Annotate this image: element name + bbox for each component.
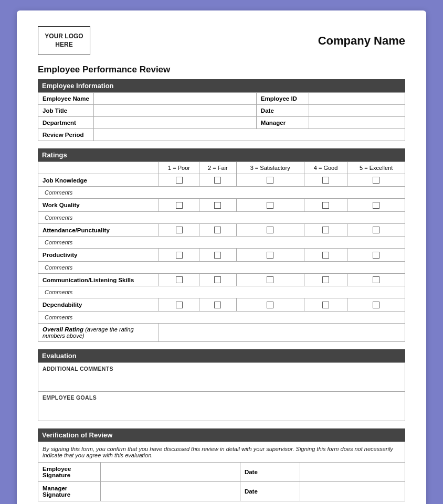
- evaluation-content: ADDITIONAL COMMENTS EMPLOYEE GOALS: [38, 362, 405, 421]
- job-knowledge-poor[interactable]: [159, 174, 199, 187]
- checkbox-icon[interactable]: [322, 276, 329, 283]
- overall-rating-label: Overall Rating (average the rating numbe…: [38, 323, 159, 341]
- dependability-poor[interactable]: [159, 298, 199, 311]
- checkbox-icon[interactable]: [214, 227, 221, 233]
- job-knowledge-comments[interactable]: Comments: [38, 187, 405, 199]
- checkbox-icon[interactable]: [373, 202, 379, 209]
- checkbox-icon[interactable]: [373, 276, 379, 283]
- checkbox-icon[interactable]: [214, 276, 221, 283]
- checkbox-icon[interactable]: [373, 302, 379, 308]
- checkbox-icon[interactable]: [267, 202, 273, 209]
- form-title: Employee Performance Review: [38, 65, 405, 75]
- productivity-fair[interactable]: [199, 249, 237, 261]
- checkbox-icon[interactable]: [214, 177, 221, 184]
- attendance-fair[interactable]: [199, 223, 237, 236]
- review-period-value[interactable]: [93, 129, 405, 141]
- checkbox-icon[interactable]: [322, 202, 329, 209]
- job-title-value[interactable]: [93, 105, 256, 117]
- job-knowledge-excellent[interactable]: [347, 174, 405, 187]
- checkbox-icon[interactable]: [267, 227, 273, 233]
- communication-excellent[interactable]: [347, 273, 405, 286]
- checkbox-icon[interactable]: [267, 252, 273, 259]
- dependability-good[interactable]: [304, 298, 347, 311]
- job-knowledge-satisfactory[interactable]: [236, 174, 304, 187]
- checkbox-icon[interactable]: [267, 276, 273, 283]
- dependability-comments[interactable]: Comments: [38, 311, 405, 323]
- work-quality-good[interactable]: [304, 199, 347, 211]
- employee-info-section: Employee Information Employee Name Emplo…: [38, 79, 405, 141]
- employee-id-value[interactable]: [309, 93, 405, 105]
- checkbox-icon[interactable]: [176, 252, 183, 259]
- checkbox-icon[interactable]: [322, 227, 329, 233]
- checkbox-icon[interactable]: [214, 202, 221, 209]
- attendance-poor[interactable]: [159, 223, 199, 236]
- additional-comments-label: ADDITIONAL COMMENTS: [43, 366, 400, 372]
- work-quality-excellent[interactable]: [347, 199, 405, 211]
- communication-good[interactable]: [304, 273, 347, 286]
- productivity-poor[interactable]: [159, 249, 199, 261]
- productivity-excellent[interactable]: [347, 249, 405, 261]
- signature-date-label-2: Date: [240, 481, 300, 501]
- signature-date-value-2[interactable]: [300, 481, 405, 501]
- work-quality-satisfactory[interactable]: [236, 199, 304, 211]
- table-row: Comments: [38, 237, 405, 249]
- dependability-label: Dependability: [38, 298, 159, 311]
- table-row: Communication/Listening Skills: [38, 273, 405, 286]
- table-row: Comments: [38, 311, 405, 323]
- manager-value[interactable]: [309, 117, 405, 129]
- table-row: Department Manager: [38, 117, 405, 129]
- company-name: Company Name: [318, 34, 405, 48]
- productivity-label: Productivity: [38, 249, 159, 261]
- communication-comments[interactable]: Comments: [38, 286, 405, 298]
- checkbox-icon[interactable]: [373, 177, 379, 184]
- col-good: 4 = Good: [304, 162, 347, 174]
- checkbox-icon[interactable]: [176, 177, 183, 184]
- checkbox-icon[interactable]: [373, 252, 379, 259]
- manager-signature-label: Manager Signature: [38, 481, 101, 501]
- dependability-fair[interactable]: [199, 298, 237, 311]
- checkbox-icon[interactable]: [214, 252, 221, 259]
- checkbox-icon[interactable]: [176, 227, 183, 233]
- checkbox-icon[interactable]: [322, 252, 329, 259]
- attendance-satisfactory[interactable]: [236, 223, 304, 236]
- work-quality-poor[interactable]: [159, 199, 199, 211]
- col-fair: 2 = Fair: [199, 162, 237, 174]
- employee-signature-value[interactable]: [101, 462, 240, 481]
- table-row: Comments: [38, 286, 405, 298]
- checkbox-icon[interactable]: [214, 302, 221, 308]
- overall-rating-value[interactable]: [159, 323, 405, 341]
- productivity-comments[interactable]: Comments: [38, 261, 405, 273]
- communication-label: Communication/Listening Skills: [38, 273, 159, 286]
- manager-signature-value[interactable]: [101, 481, 240, 501]
- dependability-excellent[interactable]: [347, 298, 405, 311]
- checkbox-icon[interactable]: [373, 227, 379, 233]
- job-knowledge-fair[interactable]: [199, 174, 237, 187]
- attendance-good[interactable]: [304, 223, 347, 236]
- checkbox-icon[interactable]: [176, 276, 183, 283]
- ratings-header-row: 1 = Poor 2 = Fair 3 = Satisfactory 4 = G…: [38, 162, 405, 174]
- department-value[interactable]: [93, 117, 256, 129]
- date-value[interactable]: [309, 105, 405, 117]
- communication-fair[interactable]: [199, 273, 237, 286]
- checkbox-icon[interactable]: [176, 302, 183, 308]
- attendance-comments[interactable]: Comments: [38, 237, 405, 249]
- work-quality-fair[interactable]: [199, 199, 237, 211]
- checkbox-icon[interactable]: [267, 177, 273, 184]
- work-quality-comments[interactable]: Comments: [38, 211, 405, 223]
- productivity-satisfactory[interactable]: [236, 249, 304, 261]
- work-quality-label: Work Quality: [38, 199, 159, 211]
- attendance-excellent[interactable]: [347, 223, 405, 236]
- signature-date-value-1[interactable]: [300, 462, 405, 481]
- dependability-satisfactory[interactable]: [236, 298, 304, 311]
- checkbox-icon[interactable]: [176, 202, 183, 209]
- job-knowledge-good[interactable]: [304, 174, 347, 187]
- checkbox-icon[interactable]: [267, 302, 273, 308]
- productivity-good[interactable]: [304, 249, 347, 261]
- communication-satisfactory[interactable]: [236, 273, 304, 286]
- checkbox-icon[interactable]: [322, 302, 329, 308]
- communication-poor[interactable]: [159, 273, 199, 286]
- logo-text: YOUR LOGO HERE: [45, 33, 83, 49]
- employee-name-value[interactable]: [93, 93, 256, 105]
- header: YOUR LOGO HERE Company Name: [38, 26, 405, 55]
- checkbox-icon[interactable]: [322, 177, 329, 184]
